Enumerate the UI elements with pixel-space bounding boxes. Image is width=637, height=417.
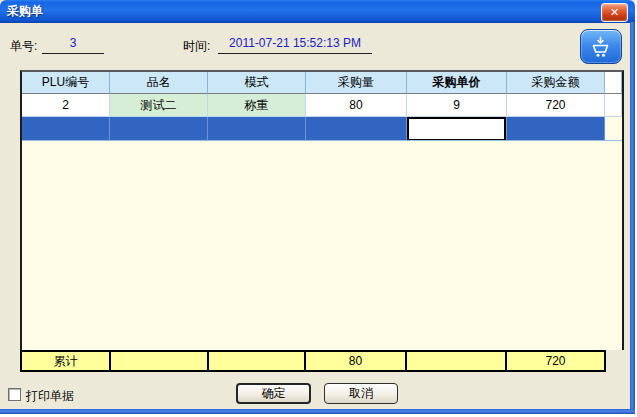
total-qty: 80 xyxy=(306,352,407,370)
window-border-right xyxy=(630,22,635,410)
total-mode-cell xyxy=(209,352,306,370)
window-border-bottom xyxy=(0,409,635,414)
column-header-price[interactable]: 采购单价 xyxy=(407,72,507,94)
cell-mode[interactable]: 称重 xyxy=(208,94,306,117)
column-header-plu[interactable]: PLU编号 xyxy=(22,72,110,94)
total-amount: 720 xyxy=(507,352,604,370)
table-header-row: PLU编号 品名 模式 采购量 采购单价 采购金额 xyxy=(22,72,622,94)
screen: 采购单 ✕ 单号: 3 时间: 2011-07-21 15:52:13 PM P… xyxy=(0,0,637,417)
column-header-name[interactable]: 品名 xyxy=(110,72,208,94)
cancel-button[interactable]: 取消 xyxy=(324,383,398,404)
close-icon: ✕ xyxy=(610,7,619,18)
table-row-selected[interactable] xyxy=(22,117,622,141)
print-receipt-checkbox[interactable] xyxy=(8,388,21,401)
column-header-amount[interactable]: 采购金额 xyxy=(507,72,605,94)
add-to-cart-button[interactable] xyxy=(580,29,622,64)
cell-price-new xyxy=(407,117,507,141)
cell-plu-new[interactable] xyxy=(22,117,110,141)
add-to-cart-icon xyxy=(589,35,613,59)
column-header-qty[interactable]: 采购量 xyxy=(306,72,407,94)
cell-filler-new xyxy=(605,117,622,141)
ok-button[interactable]: 确定 xyxy=(236,383,311,404)
cell-name-new[interactable] xyxy=(110,117,208,141)
cell-amount[interactable]: 720 xyxy=(507,94,605,117)
cell-qty[interactable]: 80 xyxy=(306,94,407,117)
close-button[interactable]: ✕ xyxy=(601,3,628,22)
cell-name[interactable]: 测试二 xyxy=(110,94,208,117)
cell-qty-new[interactable] xyxy=(306,117,407,141)
print-receipt-label: 打印单据 xyxy=(26,388,74,405)
order-number-label: 单号: xyxy=(10,38,37,55)
order-number-value[interactable]: 3 xyxy=(42,36,104,54)
cell-mode-new[interactable] xyxy=(208,117,306,141)
window-title: 采购单 xyxy=(7,3,43,20)
column-header-mode[interactable]: 模式 xyxy=(208,72,306,94)
total-label: 累计 xyxy=(22,352,111,370)
time-value[interactable]: 2011-07-21 15:52:13 PM xyxy=(218,36,372,54)
table-row[interactable]: 2 测试二 称重 80 9 720 xyxy=(22,94,622,117)
totals-row: 累计 80 720 xyxy=(20,350,606,372)
purchase-items-table: PLU编号 品名 模式 采购量 采购单价 采购金额 2 测试二 称重 80 9 … xyxy=(20,70,624,350)
cell-plu[interactable]: 2 xyxy=(22,94,110,117)
total-price-cell xyxy=(407,352,507,370)
titlebar[interactable]: 采购单 ✕ xyxy=(0,0,635,23)
price-edit-input[interactable] xyxy=(407,117,506,141)
cell-filler xyxy=(605,94,622,117)
cell-amount-new[interactable] xyxy=(507,117,605,141)
cell-price[interactable]: 9 xyxy=(407,94,507,117)
time-label: 时间: xyxy=(183,38,210,55)
total-name-cell xyxy=(111,352,209,370)
column-header-filler xyxy=(605,72,622,94)
